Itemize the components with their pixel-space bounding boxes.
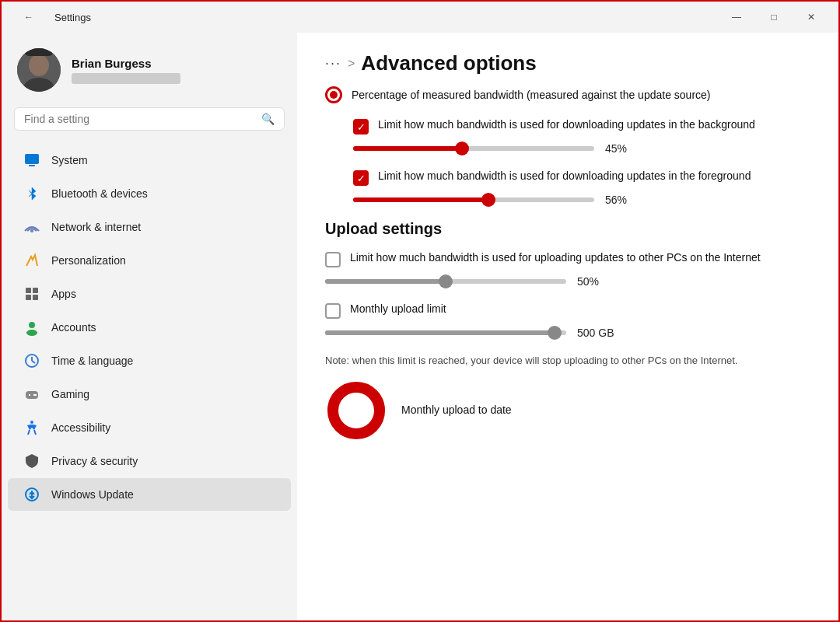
system-icon bbox=[23, 152, 40, 169]
slider-thumb-bg[interactable] bbox=[455, 142, 469, 156]
network-icon bbox=[23, 218, 40, 236]
checkbox-fg[interactable]: ✓ bbox=[353, 170, 369, 186]
user-name: Brian Burgess bbox=[72, 57, 180, 70]
back-button[interactable]: ← bbox=[11, 5, 47, 30]
radio-label-percentage: Percentage of measured bandwidth (measur… bbox=[352, 89, 711, 101]
checkbox-row-monthly: Monthly upload limit bbox=[325, 302, 810, 319]
slider-thumb-monthly[interactable] bbox=[548, 326, 562, 340]
avatar bbox=[17, 48, 61, 92]
apps-icon bbox=[23, 285, 40, 302]
search-input[interactable] bbox=[24, 113, 255, 125]
checkbox-bg[interactable]: ✓ bbox=[353, 119, 369, 135]
sidebar-item-time[interactable]: Time & language bbox=[8, 344, 291, 377]
breadcrumb-separator: > bbox=[348, 57, 355, 71]
svg-line-23 bbox=[34, 430, 36, 435]
slider-value-bg: 45% bbox=[605, 142, 642, 155]
slider-track-bg[interactable] bbox=[353, 146, 594, 151]
donut-chart bbox=[325, 379, 387, 442]
sidebar-item-personalization[interactable]: Personalization bbox=[8, 244, 291, 277]
privacy-icon bbox=[23, 453, 40, 470]
maximize-button[interactable]: □ bbox=[756, 5, 792, 30]
svg-point-11 bbox=[29, 322, 35, 328]
svg-rect-10 bbox=[33, 295, 38, 300]
slider-row-fg: 56% bbox=[353, 194, 810, 206]
sidebar-item-label-gaming: Gaming bbox=[51, 388, 89, 400]
sidebar-item-network[interactable]: Network & internet bbox=[8, 211, 291, 243]
close-icon: ✕ bbox=[807, 12, 815, 23]
svg-rect-4 bbox=[25, 154, 39, 164]
time-icon bbox=[23, 352, 40, 369]
sidebar: Brian Burgess 🔍 System Bluetooth & devic… bbox=[2, 33, 297, 622]
search-box[interactable]: 🔍 bbox=[14, 107, 285, 131]
sidebar-item-label-network: Network & internet bbox=[51, 221, 141, 233]
sidebar-item-label-accessibility: Accessibility bbox=[51, 421, 110, 434]
user-account-blurred bbox=[72, 73, 180, 84]
checkbox-internet[interactable] bbox=[325, 252, 341, 267]
slider-track-internet[interactable] bbox=[325, 279, 566, 284]
slider-thumb-fg[interactable] bbox=[481, 193, 495, 207]
checkbox-label-internet: Limit how much bandwidth is used for upl… bbox=[350, 250, 761, 266]
sidebar-item-bluetooth[interactable]: Bluetooth & devices bbox=[8, 177, 291, 210]
breadcrumb-dots: ··· bbox=[325, 55, 341, 72]
checkbox-label-monthly: Monthly upload limit bbox=[350, 302, 446, 317]
slider-value-internet: 50% bbox=[577, 275, 614, 288]
sidebar-item-apps[interactable]: Apps bbox=[8, 278, 291, 310]
donut-row: Monthly upload to date bbox=[325, 379, 810, 442]
sidebar-item-accessibility[interactable]: Accessibility bbox=[8, 411, 291, 444]
accessibility-icon bbox=[23, 419, 40, 436]
sidebar-item-accounts[interactable]: Accounts bbox=[8, 311, 291, 344]
slider-track-fg[interactable] bbox=[353, 197, 594, 202]
breadcrumb: ··· > Advanced options bbox=[325, 51, 810, 75]
slider-value-monthly: 500 GB bbox=[577, 327, 614, 339]
user-info: Brian Burgess bbox=[72, 57, 180, 84]
windowsupdate-icon bbox=[23, 486, 40, 503]
slider-row-monthly: 500 GB bbox=[325, 327, 810, 339]
svg-rect-5 bbox=[29, 165, 35, 166]
title-bar-left: ← Settings bbox=[11, 5, 91, 30]
svg-point-21 bbox=[30, 421, 33, 424]
personalization-icon bbox=[23, 252, 40, 269]
sidebar-item-gaming[interactable]: Gaming bbox=[8, 378, 291, 411]
svg-rect-8 bbox=[33, 288, 38, 293]
svg-point-12 bbox=[26, 330, 37, 336]
svg-line-15 bbox=[32, 361, 35, 363]
bluetooth-icon bbox=[23, 185, 40, 202]
maximize-icon: □ bbox=[771, 12, 776, 23]
minimize-icon: — bbox=[732, 12, 741, 23]
svg-line-22 bbox=[28, 430, 30, 435]
title-bar: ← Settings — □ ✕ bbox=[2, 2, 838, 33]
slider-fill-bg bbox=[353, 146, 462, 151]
sidebar-item-privacy[interactable]: Privacy & security bbox=[8, 445, 291, 477]
slider-fill-monthly bbox=[325, 330, 555, 335]
radio-option-percentage[interactable]: Percentage of measured bandwidth (measur… bbox=[325, 86, 810, 103]
window-controls: — □ ✕ bbox=[719, 5, 829, 30]
nav-list: System Bluetooth & devices Network & int… bbox=[2, 143, 297, 512]
slider-value-fg: 56% bbox=[605, 194, 642, 206]
sidebar-item-windowsupdate[interactable]: Windows Update bbox=[8, 478, 291, 511]
sidebar-item-label-time: Time & language bbox=[51, 355, 133, 367]
radio-button-selected[interactable] bbox=[325, 86, 342, 103]
sidebar-item-label-bluetooth: Bluetooth & devices bbox=[51, 187, 148, 200]
avatar-image bbox=[17, 48, 61, 92]
checkbox-label-fg: Limit how much bandwidth is used for dow… bbox=[378, 169, 751, 184]
page-title: Advanced options bbox=[361, 51, 536, 75]
sidebar-item-label-apps: Apps bbox=[51, 288, 76, 300]
main-content: ··· > Advanced options Percentage of mea… bbox=[297, 33, 838, 622]
svg-rect-3 bbox=[25, 48, 53, 56]
slider-thumb-internet[interactable] bbox=[439, 274, 453, 288]
app-body: Brian Burgess 🔍 System Bluetooth & devic… bbox=[2, 33, 838, 622]
close-button[interactable]: ✕ bbox=[793, 5, 829, 30]
checkbox-label-bg: Limit how much bandwidth is used for dow… bbox=[378, 117, 755, 133]
svg-point-6 bbox=[30, 229, 33, 232]
checkbox-row-internet: Limit how much bandwidth is used for upl… bbox=[325, 250, 810, 267]
upload-note: Note: when this limit is reached, your d… bbox=[325, 353, 810, 369]
checkbox-monthly[interactable] bbox=[325, 303, 341, 319]
sidebar-item-label-privacy: Privacy & security bbox=[51, 455, 138, 467]
sidebar-item-label-windowsupdate: Windows Update bbox=[51, 488, 134, 501]
sidebar-item-system[interactable]: System bbox=[8, 144, 291, 176]
slider-fill-internet bbox=[325, 279, 446, 284]
app-title: Settings bbox=[54, 12, 91, 23]
accounts-icon bbox=[23, 319, 40, 336]
minimize-button[interactable]: — bbox=[719, 5, 754, 30]
slider-track-monthly[interactable] bbox=[325, 330, 566, 335]
